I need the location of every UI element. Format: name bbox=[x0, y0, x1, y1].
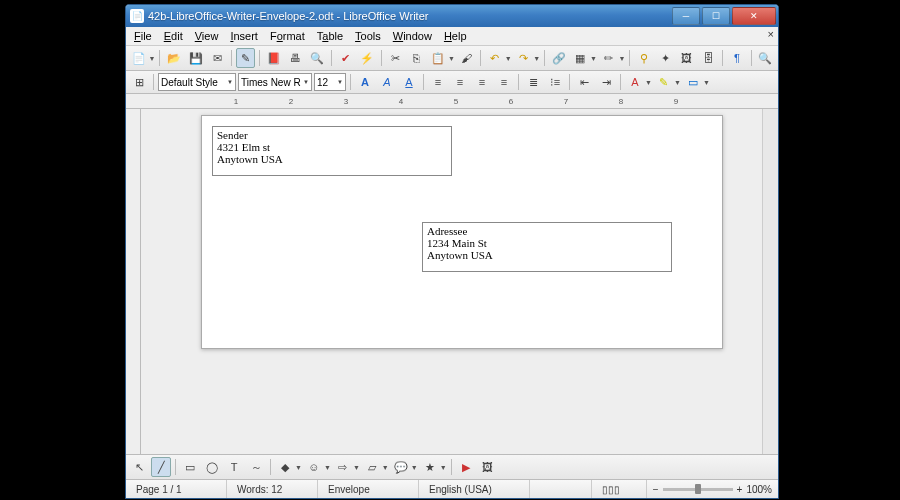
font-size-combo[interactable]: ▼ bbox=[314, 73, 346, 91]
zoom-control[interactable]: − + 100% bbox=[647, 484, 778, 495]
dropdown-icon[interactable]: ▼ bbox=[448, 55, 455, 62]
open-icon[interactable]: 📂 bbox=[164, 48, 183, 68]
zoom-in-icon[interactable]: + bbox=[737, 484, 743, 495]
paste-icon[interactable]: 📋 bbox=[428, 48, 447, 68]
titlebar[interactable]: 📄 42b-LibreOffice-Writer-Envelope-2.odt … bbox=[126, 5, 778, 27]
data-sources-icon[interactable]: 🗄 bbox=[699, 48, 718, 68]
style-input[interactable] bbox=[161, 77, 225, 88]
curve-icon[interactable]: ～ bbox=[246, 457, 266, 477]
rect-icon[interactable]: ▭ bbox=[180, 457, 200, 477]
dropdown-icon[interactable]: ▼ bbox=[324, 464, 331, 471]
gallery-icon[interactable]: 🖼 bbox=[677, 48, 696, 68]
callout-icon[interactable]: 💬 bbox=[391, 457, 411, 477]
redo-icon[interactable]: ↷ bbox=[514, 48, 533, 68]
menu-insert[interactable]: Insert bbox=[224, 29, 264, 43]
menu-format[interactable]: Format bbox=[264, 29, 311, 43]
minimize-button[interactable]: ─ bbox=[672, 7, 700, 25]
dropdown-icon[interactable]: ▼ bbox=[618, 55, 625, 62]
text-icon[interactable]: T bbox=[224, 457, 244, 477]
copy-icon[interactable]: ⎘ bbox=[407, 48, 426, 68]
dropdown-icon[interactable]: ▼ bbox=[382, 464, 389, 471]
fontwork-icon[interactable]: ▶ bbox=[456, 457, 476, 477]
email-icon[interactable]: ✉ bbox=[207, 48, 226, 68]
zoom-value[interactable]: 100% bbox=[746, 484, 772, 495]
addressee-line[interactable]: Adressee bbox=[427, 225, 667, 237]
dropdown-icon[interactable]: ▼ bbox=[337, 79, 343, 85]
size-input[interactable] bbox=[317, 77, 335, 88]
align-justify-icon[interactable]: ≡ bbox=[494, 72, 514, 92]
sender-line[interactable]: 4321 Elm st bbox=[217, 141, 447, 153]
styles-icon[interactable]: ⊞ bbox=[129, 72, 149, 92]
save-icon[interactable]: 💾 bbox=[186, 48, 205, 68]
symbol-shapes-icon[interactable]: ☺ bbox=[304, 457, 324, 477]
zoom-thumb[interactable] bbox=[695, 484, 701, 494]
menu-edit[interactable]: Edit bbox=[158, 29, 189, 43]
vertical-scrollbar[interactable] bbox=[762, 109, 778, 454]
envelope-page[interactable]: Sender 4321 Elm st Anytown USA Adressee … bbox=[201, 115, 723, 349]
cut-icon[interactable]: ✂ bbox=[385, 48, 404, 68]
paragraph-style-combo[interactable]: ▼ bbox=[158, 73, 236, 91]
bold-icon[interactable]: A bbox=[355, 72, 375, 92]
numbering-icon[interactable]: ≣ bbox=[523, 72, 543, 92]
sender-line[interactable]: Sender bbox=[217, 129, 447, 141]
menu-tools[interactable]: Tools bbox=[349, 29, 387, 43]
font-name-combo[interactable]: ▼ bbox=[238, 73, 312, 91]
flowchart-icon[interactable]: ▱ bbox=[362, 457, 382, 477]
align-left-icon[interactable]: ≡ bbox=[428, 72, 448, 92]
menu-view[interactable]: View bbox=[189, 29, 225, 43]
dropdown-icon[interactable]: ▼ bbox=[645, 79, 652, 86]
decrease-indent-icon[interactable]: ⇤ bbox=[574, 72, 594, 92]
vertical-ruler[interactable] bbox=[126, 109, 141, 454]
select-icon[interactable]: ↖ bbox=[129, 457, 149, 477]
bullets-icon[interactable]: ⁝≡ bbox=[545, 72, 565, 92]
undo-icon[interactable]: ↶ bbox=[485, 48, 504, 68]
dropdown-icon[interactable]: ▼ bbox=[505, 55, 512, 62]
spellcheck-icon[interactable]: ✔ bbox=[336, 48, 355, 68]
underline-icon[interactable]: A bbox=[399, 72, 419, 92]
page-style-cell[interactable]: Envelope bbox=[318, 480, 419, 498]
insert-mode-cell[interactable] bbox=[530, 480, 592, 498]
font-color-icon[interactable]: A bbox=[625, 72, 645, 92]
sender-frame[interactable]: Sender 4321 Elm st Anytown USA bbox=[212, 126, 452, 176]
dropdown-icon[interactable]: ▼ bbox=[533, 55, 540, 62]
doc-close-icon[interactable]: × bbox=[768, 28, 774, 40]
align-right-icon[interactable]: ≡ bbox=[472, 72, 492, 92]
stars-icon[interactable]: ★ bbox=[420, 457, 440, 477]
format-paintbrush-icon[interactable]: 🖌 bbox=[457, 48, 476, 68]
dropdown-icon[interactable]: ▼ bbox=[590, 55, 597, 62]
font-input[interactable] bbox=[241, 77, 301, 88]
new-icon[interactable]: 📄 bbox=[129, 48, 148, 68]
line-icon[interactable]: ╱ bbox=[151, 457, 171, 477]
export-pdf-icon[interactable]: 📕 bbox=[264, 48, 283, 68]
table-icon[interactable]: ▦ bbox=[571, 48, 590, 68]
show-draw-icon[interactable]: ✏ bbox=[599, 48, 618, 68]
increase-indent-icon[interactable]: ⇥ bbox=[596, 72, 616, 92]
zoom-icon[interactable]: 🔍 bbox=[756, 48, 775, 68]
zoom-slider[interactable] bbox=[663, 488, 733, 491]
dropdown-icon[interactable]: ▼ bbox=[674, 79, 681, 86]
edit-mode-icon[interactable]: ✎ bbox=[236, 48, 255, 68]
dropdown-icon[interactable]: ▼ bbox=[353, 464, 360, 471]
zoom-out-icon[interactable]: − bbox=[653, 484, 659, 495]
addressee-line[interactable]: Anytown USA bbox=[427, 249, 667, 261]
dropdown-icon[interactable]: ▼ bbox=[440, 464, 447, 471]
basic-shapes-icon[interactable]: ◆ bbox=[275, 457, 295, 477]
highlight-icon[interactable]: ✎ bbox=[654, 72, 674, 92]
find-icon[interactable]: ⚲ bbox=[634, 48, 653, 68]
autospell-icon[interactable]: ⚡ bbox=[357, 48, 376, 68]
dropdown-icon[interactable]: ▼ bbox=[703, 79, 710, 86]
addressee-line[interactable]: 1234 Main St bbox=[427, 237, 667, 249]
ellipse-icon[interactable]: ◯ bbox=[202, 457, 222, 477]
language-cell[interactable]: English (USA) bbox=[419, 480, 530, 498]
sender-line[interactable]: Anytown USA bbox=[217, 153, 447, 165]
maximize-button[interactable]: ☐ bbox=[702, 7, 730, 25]
word-count-cell[interactable]: Words: 12 bbox=[227, 480, 318, 498]
menu-help[interactable]: Help bbox=[438, 29, 473, 43]
bgcolor-icon[interactable]: ▭ bbox=[683, 72, 703, 92]
dropdown-icon[interactable]: ▼ bbox=[411, 464, 418, 471]
hyperlink-icon[interactable]: 🔗 bbox=[549, 48, 568, 68]
close-button[interactable]: ✕ bbox=[732, 7, 776, 25]
menu-table[interactable]: Table bbox=[311, 29, 349, 43]
view-layout-cell[interactable]: ▯▯▯ bbox=[592, 480, 647, 498]
nonprinting-icon[interactable]: ¶ bbox=[727, 48, 746, 68]
